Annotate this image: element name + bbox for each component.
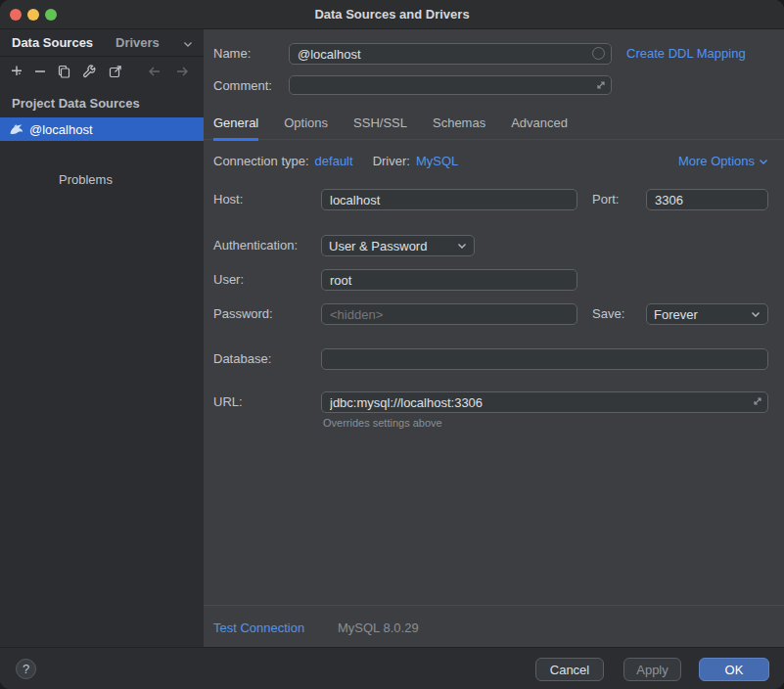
connection-type-value-link[interactable]: default xyxy=(315,154,353,168)
footer: ? Cancel Apply OK xyxy=(0,647,784,689)
chevron-down-icon xyxy=(759,157,768,166)
host-label: Host: xyxy=(213,192,243,207)
sidebar-item-localhost[interactable]: @localhost xyxy=(0,117,204,141)
window-title: Data Sources and Drivers xyxy=(0,7,784,22)
sidebar-item-problems[interactable]: Problems xyxy=(59,172,113,187)
sidebar: Data Sources Drivers xyxy=(0,29,204,647)
password-input[interactable] xyxy=(321,303,577,325)
tab-schemas[interactable]: Schemas xyxy=(433,115,485,141)
expand-comment-icon[interactable] xyxy=(595,79,607,91)
tab-drivers[interactable]: Drivers xyxy=(115,35,160,50)
tab-ssh-ssl[interactable]: SSH/SSL xyxy=(353,115,407,141)
port-label: Port: xyxy=(592,192,619,207)
more-options-label: More Options xyxy=(678,154,755,168)
port-input[interactable] xyxy=(646,189,768,210)
sidebar-toolbar xyxy=(0,57,204,88)
back-arrow-icon[interactable] xyxy=(147,64,162,79)
apply-button[interactable]: Apply xyxy=(623,658,681,681)
create-ddl-mapping-link[interactable]: Create DDL Mapping xyxy=(626,46,746,61)
driver-label: Driver: xyxy=(373,154,410,168)
help-button[interactable]: ? xyxy=(16,659,36,679)
connection-type-row: Connection type: default Driver: MySQL xyxy=(213,154,458,168)
forward-arrow-icon[interactable] xyxy=(174,64,190,79)
cancel-button[interactable]: Cancel xyxy=(535,658,604,681)
user-label: User: xyxy=(213,272,244,287)
chevron-down-icon xyxy=(751,309,761,319)
divider xyxy=(204,605,784,606)
database-label: Database: xyxy=(213,351,271,366)
settings-tabbar: General Options SSH/SSL Schemas Advanced xyxy=(204,115,784,140)
database-input[interactable] xyxy=(321,348,768,370)
titlebar: Data Sources and Drivers xyxy=(0,0,784,29)
name-refresh-icon[interactable] xyxy=(592,47,605,60)
url-label: URL: xyxy=(213,394,243,409)
url-input[interactable] xyxy=(321,391,768,413)
more-options-link[interactable]: More Options xyxy=(678,154,768,168)
chevron-down-icon xyxy=(457,241,467,251)
save-value: Forever xyxy=(654,307,698,322)
add-icon[interactable] xyxy=(9,64,24,79)
authentication-label: Authentication: xyxy=(213,238,298,253)
tab-options[interactable]: Options xyxy=(284,115,328,141)
ok-button[interactable]: OK xyxy=(699,658,769,681)
url-hint: Overrides settings above xyxy=(323,417,442,429)
sidebar-item-label: @localhost xyxy=(29,122,93,137)
duplicate-icon[interactable] xyxy=(56,64,71,79)
project-data-sources-header: Project Data Sources xyxy=(12,96,140,111)
expand-url-icon[interactable] xyxy=(752,395,763,407)
driver-version-text: MySQL 8.0.29 xyxy=(338,620,419,635)
sidebar-tabbar: Data Sources Drivers xyxy=(0,29,204,57)
save-label: Save: xyxy=(592,306,624,321)
authentication-dropdown[interactable]: User & Password xyxy=(321,235,475,256)
chevron-down-icon[interactable] xyxy=(182,38,198,54)
data-sources-dialog: Data Sources and Drivers Data Sources Dr… xyxy=(0,0,784,689)
test-connection-link[interactable]: Test Connection xyxy=(213,620,304,635)
tab-data-sources[interactable]: Data Sources xyxy=(12,35,93,50)
comment-label: Comment: xyxy=(213,78,272,93)
wrench-icon[interactable] xyxy=(81,64,97,79)
tab-general[interactable]: General xyxy=(213,115,258,141)
name-input[interactable] xyxy=(289,43,612,65)
mysql-dolphin-icon xyxy=(9,121,24,137)
authentication-value: User & Password xyxy=(329,239,427,253)
user-input[interactable] xyxy=(321,269,577,291)
host-input[interactable] xyxy=(321,189,577,210)
name-label: Name: xyxy=(213,46,251,61)
connection-type-label: Connection type: xyxy=(213,154,309,168)
save-dropdown[interactable]: Forever xyxy=(646,303,768,325)
export-icon[interactable] xyxy=(108,64,123,79)
driver-value-link[interactable]: MySQL xyxy=(416,154,458,168)
comment-input[interactable] xyxy=(289,75,612,95)
remove-icon[interactable] xyxy=(32,64,48,79)
main-panel: Name: Create DDL Mapping Comment: Genera… xyxy=(204,29,784,647)
tab-advanced[interactable]: Advanced xyxy=(511,115,568,141)
password-label: Password: xyxy=(213,306,273,321)
